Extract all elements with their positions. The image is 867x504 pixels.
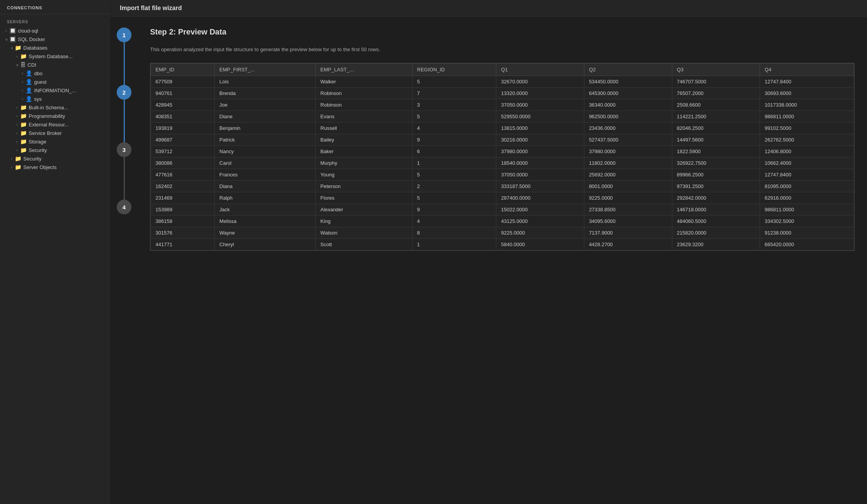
tree-item-programmability[interactable]: › 📁 Programmability bbox=[0, 112, 110, 120]
table-cell: 1822.5900 bbox=[672, 145, 760, 157]
table-cell: 99102.5000 bbox=[760, 122, 854, 134]
tree-item-system-database[interactable]: › 📁 System Database... bbox=[0, 52, 110, 60]
label-sys: sys bbox=[34, 96, 42, 102]
table-cell: Cheryl bbox=[214, 238, 316, 250]
table-row: 428945JoeRobinson337050.000036340.000025… bbox=[151, 99, 854, 110]
table-cell: Baker bbox=[316, 145, 412, 157]
wizard-steps: 1 2 3 4 bbox=[111, 17, 138, 504]
table-cell: 11802.0000 bbox=[584, 157, 672, 169]
table-cell: 986811.0000 bbox=[760, 110, 854, 122]
folder-icon-storage: 📁 bbox=[20, 138, 27, 145]
table-cell: 5 bbox=[412, 76, 496, 87]
arrow-information: › bbox=[19, 88, 26, 93]
arrow-sys: › bbox=[19, 97, 26, 101]
table-cell: 2508.6600 bbox=[672, 99, 760, 110]
tree-item-sql-docker[interactable]: ∨ 🔲 SQL Docker bbox=[0, 35, 110, 43]
table-cell: 5840.0000 bbox=[496, 238, 584, 250]
table-cell: 940761 bbox=[151, 87, 215, 99]
table-row: 477616FrancesYoung537050.000025692.00008… bbox=[151, 169, 854, 180]
label-system-database: System Database... bbox=[29, 54, 73, 59]
table-cell: 484060.5000 bbox=[672, 215, 760, 227]
tree-item-external-resources[interactable]: › 📁 External Resour... bbox=[0, 120, 110, 129]
table-row: 940761BrendaRobinson713320.0000645300.00… bbox=[151, 87, 854, 99]
table-header-cell: Q2 bbox=[584, 63, 672, 76]
table-cell: 2 bbox=[412, 180, 496, 192]
table-cell: 76507.2000 bbox=[672, 87, 760, 99]
tree-item-built-in-schema[interactable]: › 📁 Built-in Schema... bbox=[0, 103, 110, 112]
table-cell: Evans bbox=[316, 110, 412, 122]
table-cell: 7137.9000 bbox=[584, 227, 672, 238]
arrow-databases: ∨ bbox=[9, 46, 15, 50]
preview-table: EMP_IDEMP_FIRST_...EMP_LAST_...REGION_ID… bbox=[150, 63, 854, 250]
tree-item-information[interactable]: › 👤 INFORMATION_... bbox=[0, 86, 110, 95]
label-external-resources: External Resour... bbox=[29, 122, 69, 128]
table-cell: 23436.0000 bbox=[584, 122, 672, 134]
table-cell: 292842.0000 bbox=[672, 192, 760, 204]
label-dbo: dbo bbox=[34, 71, 43, 76]
table-row: 677509LoisWalker532670.0000534450.000074… bbox=[151, 76, 854, 87]
label-guest: guest bbox=[34, 79, 47, 85]
arrow-security: › bbox=[9, 157, 15, 161]
step-circle-3: 3 bbox=[117, 142, 131, 157]
table-cell: 1 bbox=[412, 157, 496, 169]
tree-item-cloud-sql[interactable]: › 🔲 cloud-sql bbox=[0, 26, 110, 35]
arrow-dbo: › bbox=[19, 71, 26, 76]
tree-item-dbo[interactable]: › 👤 dbo bbox=[0, 69, 110, 78]
schema-icon-guest: 👤 bbox=[26, 79, 32, 85]
table-cell: 9 bbox=[412, 204, 496, 215]
table-cell: Russell bbox=[316, 122, 412, 134]
table-cell: Watson bbox=[316, 227, 412, 238]
table-cell: 15022.0000 bbox=[496, 204, 584, 215]
table-cell: 34095.6000 bbox=[584, 215, 672, 227]
table-cell: Patrick bbox=[214, 134, 316, 145]
folder-icon-system-database: 📁 bbox=[20, 53, 27, 59]
tree-item-server-objects[interactable]: › 📁 Server Objects bbox=[0, 163, 110, 171]
table-cell: Carol bbox=[214, 157, 316, 169]
step-description: This operation analyzed the input file s… bbox=[150, 46, 855, 54]
label-service-broker: Service Broker bbox=[29, 130, 62, 136]
table-cell: 1017338.0000 bbox=[760, 99, 854, 110]
table-cell: 4 bbox=[412, 122, 496, 134]
table-cell: 534450.0000 bbox=[584, 76, 672, 87]
table-row: 301576WayneWatson89225.00007137.90002158… bbox=[151, 227, 854, 238]
tree-item-guest[interactable]: › 👤 guest bbox=[0, 78, 110, 86]
table-row: 231469RalphFlores5287400.00009225.000029… bbox=[151, 192, 854, 204]
table-cell: 665420.0000 bbox=[760, 238, 854, 250]
table-cell: 527437.5000 bbox=[584, 134, 672, 145]
table-cell: 334302.5000 bbox=[760, 215, 854, 227]
tree-item-service-broker[interactable]: › 📁 Service Broker bbox=[0, 129, 110, 137]
step-connector-3-4 bbox=[124, 157, 125, 200]
table-cell: Lois bbox=[214, 76, 316, 87]
table-cell: 36340.0000 bbox=[584, 99, 672, 110]
table-cell: 13815.0000 bbox=[496, 122, 584, 134]
folder-icon-databases: 📁 bbox=[15, 45, 21, 51]
table-cell: Peterson bbox=[316, 180, 412, 192]
table-header-cell: Q3 bbox=[672, 63, 760, 76]
table-cell: 37980.0000 bbox=[584, 145, 672, 157]
tree-item-security-cdi[interactable]: › 📁 Security bbox=[0, 146, 110, 154]
tree-item-storage[interactable]: › 📁 Storage bbox=[0, 137, 110, 146]
table-cell: 18540.0000 bbox=[496, 157, 584, 169]
folder-icon-programmability: 📁 bbox=[20, 113, 27, 119]
arrow-cdi: ∨ bbox=[14, 63, 20, 67]
table-cell: 4428.2700 bbox=[584, 238, 672, 250]
table-cell: 326922.7500 bbox=[672, 157, 760, 169]
table-cell: 231469 bbox=[151, 192, 215, 204]
step-connector-1-2 bbox=[124, 42, 125, 85]
arrow-server-objects: › bbox=[9, 165, 15, 169]
folder-icon-external-resources: 📁 bbox=[20, 121, 27, 128]
table-cell: 162402 bbox=[151, 180, 215, 192]
tree-item-sys[interactable]: › 👤 sys bbox=[0, 95, 110, 103]
folder-icon-service-broker: 📁 bbox=[20, 130, 27, 136]
tree-item-databases[interactable]: ∨ 📁 Databases bbox=[0, 43, 110, 52]
table-cell: Alexander bbox=[316, 204, 412, 215]
tree-item-cdi[interactable]: ∨ 🗄 CDI bbox=[0, 60, 110, 69]
table-cell: 37050.0000 bbox=[496, 169, 584, 180]
label-security-cdi: Security bbox=[29, 147, 47, 153]
server-icon-cloud-sql: 🔲 bbox=[9, 28, 16, 34]
table-cell: 5 bbox=[412, 169, 496, 180]
table-cell: 153989 bbox=[151, 204, 215, 215]
table-cell: 986811.0000 bbox=[760, 204, 854, 215]
table-cell: 301576 bbox=[151, 227, 215, 238]
tree-item-security[interactable]: › 📁 Security bbox=[0, 154, 110, 163]
